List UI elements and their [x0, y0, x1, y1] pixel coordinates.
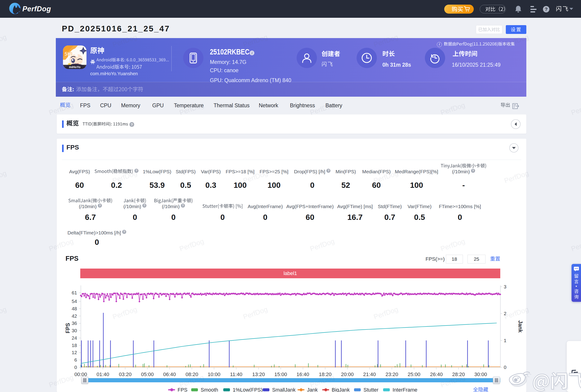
svg-text:10:00: 10:00 [208, 372, 220, 377]
svg-text:13:20: 13:20 [252, 372, 265, 377]
svg-text:05:00: 05:00 [141, 372, 154, 377]
svg-text:06:40: 06:40 [163, 372, 176, 377]
svg-text:61: 61 [72, 290, 77, 295]
svg-text:15:00: 15:00 [274, 372, 287, 377]
svg-text:12: 12 [72, 350, 77, 355]
svg-text:20:00: 20:00 [341, 372, 354, 377]
svg-text:30:00: 30:00 [474, 372, 487, 377]
svg-text:54: 54 [72, 298, 77, 304]
svg-text:26:40: 26:40 [430, 372, 443, 377]
svg-text:11:40: 11:40 [230, 372, 242, 377]
svg-text:36: 36 [72, 320, 77, 326]
svg-text:24: 24 [72, 335, 77, 340]
svg-text:1: 1 [504, 338, 507, 343]
svg-text:21:40: 21:40 [363, 372, 376, 377]
svg-text:30: 30 [72, 328, 77, 333]
svg-text:42: 42 [72, 313, 77, 319]
svg-text:48: 48 [72, 306, 77, 311]
svg-text:6: 6 [74, 357, 77, 362]
svg-text:01:40: 01:40 [96, 372, 109, 377]
svg-text:3: 3 [504, 284, 507, 289]
svg-text:03:20: 03:20 [119, 372, 131, 377]
svg-text:23:20: 23:20 [385, 372, 398, 377]
svg-text:16:40: 16:40 [296, 372, 309, 377]
svg-text:FPS: FPS [65, 323, 71, 334]
svg-text:0: 0 [74, 364, 77, 370]
svg-text:Jank: Jank [517, 320, 523, 333]
svg-text:0: 0 [504, 364, 507, 370]
svg-text:18: 18 [72, 343, 77, 348]
svg-text:25:00: 25:00 [408, 372, 420, 377]
